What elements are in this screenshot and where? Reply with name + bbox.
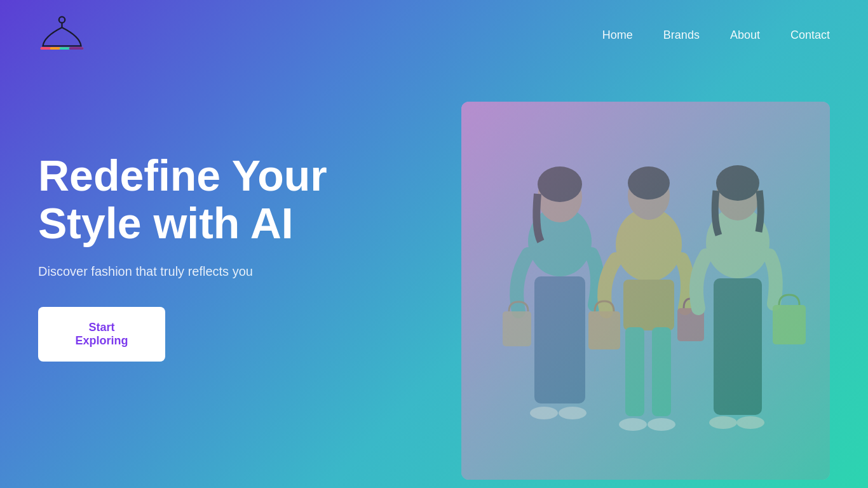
svg-point-0 (59, 17, 65, 22)
hero-content: Redefine Your Style with AI Discover fas… (38, 0, 394, 488)
nav-item-brands[interactable]: Brands (663, 29, 700, 42)
nav-link-contact[interactable]: Contact (790, 29, 830, 41)
nav-links: Home Brands About Contact (602, 29, 830, 42)
image-color-overlay (461, 102, 830, 480)
nav-item-contact[interactable]: Contact (790, 29, 830, 42)
hero-image-area (461, 102, 830, 480)
nav-item-home[interactable]: Home (602, 29, 633, 42)
hero-title: Redefine Your Style with AI (38, 152, 394, 247)
header: Home Brands About Contact (0, 0, 868, 70)
hero-subtitle: Discover fashion that truly reflects you (38, 264, 394, 279)
nav-link-brands[interactable]: Brands (663, 29, 700, 41)
nav-link-home[interactable]: Home (602, 29, 633, 41)
start-exploring-button[interactable]: Start Exploring (38, 307, 165, 362)
logo-area (38, 11, 86, 59)
page-wrapper: Home Brands About Contact Redefine Your … (0, 0, 868, 488)
hanger-logo-icon (38, 11, 86, 59)
nav-item-about[interactable]: About (730, 29, 760, 42)
main-nav: Home Brands About Contact (602, 29, 830, 42)
nav-link-about[interactable]: About (730, 29, 760, 41)
